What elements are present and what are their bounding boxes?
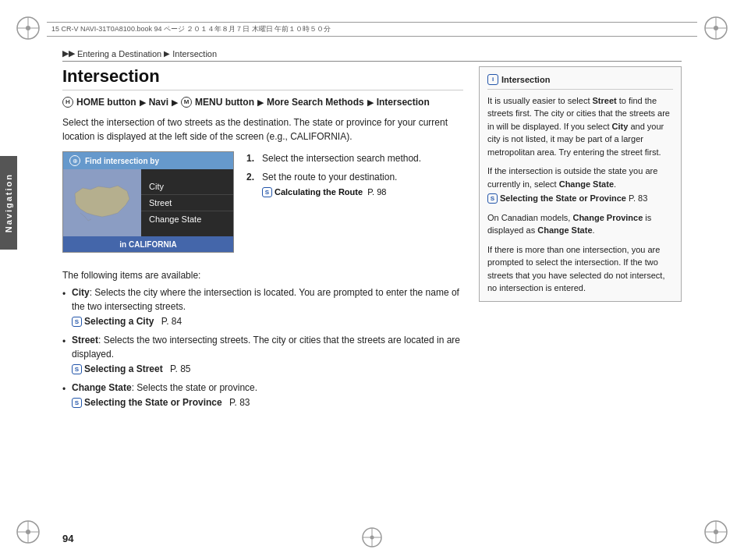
bullet-list: • City: Selects the city where the inter… bbox=[62, 285, 463, 409]
bullet-dot-2: • bbox=[62, 335, 69, 376]
nav-arrow-2: ▶ bbox=[172, 97, 178, 108]
menu-icon: M bbox=[181, 97, 192, 108]
bullet-city-label: City: Selects the city where the interse… bbox=[72, 287, 459, 312]
note-title: Intersection bbox=[501, 73, 550, 87]
bullet-city-ref-page: P. 84 bbox=[161, 314, 182, 328]
bullet-street-ref: S Selecting a Street P. 85 bbox=[72, 362, 463, 376]
nav-map-area bbox=[63, 169, 141, 236]
step-2-number: 2. bbox=[246, 170, 257, 199]
screenshot-image: ⊕ Find intersection by bbox=[62, 151, 234, 253]
bullet-street-label: Street: Selects the two intersecting str… bbox=[72, 335, 460, 360]
step-2-content: Set the route to your destination. S Cal… bbox=[262, 170, 463, 199]
note-box: i Intersection It is usually easier to s… bbox=[479, 66, 682, 302]
bullet-change-state-content: Change State: Selects the state or provi… bbox=[72, 381, 463, 409]
menu-button-label: MENU button bbox=[195, 97, 254, 108]
nav-path: H HOME button ▶ Navi ▶ M MENU button ▶ M… bbox=[62, 97, 463, 108]
breadcrumb: ▶▶ Entering a Destination ▶ Intersection bbox=[62, 48, 217, 58]
intersection-nav-label: Intersection bbox=[377, 97, 430, 108]
nav-menu-area: City Street Change State bbox=[141, 169, 233, 236]
breadcrumb-item2: Intersection bbox=[172, 49, 217, 58]
step-2-ref-text: Calculating the Route P. 98 bbox=[275, 186, 386, 199]
bullet-street: • Street: Selects the two intersecting s… bbox=[62, 333, 463, 376]
nav-menu-street: Street bbox=[141, 195, 233, 211]
bullet-city-ref-icon: S bbox=[72, 317, 82, 327]
sidebar-tab: Navigation bbox=[0, 156, 17, 250]
navi-label: Navi bbox=[149, 97, 168, 108]
bullet-change-state-ref-bold: Selecting the State or Province bbox=[84, 395, 222, 409]
home-button-label: HOME button bbox=[76, 97, 136, 108]
step-1-number: 1. bbox=[246, 151, 257, 165]
breadcrumb-arrow1: ▶ bbox=[164, 49, 170, 58]
breadcrumb-item1: Entering a Destination bbox=[77, 49, 161, 58]
bullet-street-content: Street: Selects the two intersecting str… bbox=[72, 333, 463, 376]
nav-screen-body: City Street Change State bbox=[63, 169, 233, 236]
svg-point-15 bbox=[714, 530, 718, 534]
bullet-city-content: City: Selects the city where the interse… bbox=[72, 285, 463, 328]
nav-screen-top-bar: ⊕ Find intersection by bbox=[63, 152, 233, 169]
more-search-methods: More Search Methods bbox=[267, 97, 364, 108]
us-map-shape bbox=[71, 182, 133, 225]
bottom-center-decoration bbox=[360, 526, 384, 549]
step-2-ref-bold: Calculating the Route bbox=[275, 187, 363, 197]
gps-icon: ⊕ bbox=[69, 155, 80, 166]
steps-container: 1. Select the intersection search method… bbox=[246, 151, 463, 262]
step-2-text: Set the route to your destination. bbox=[262, 172, 397, 183]
nav-arrow-1: ▶ bbox=[140, 97, 146, 108]
step-2-ref-icon: S bbox=[262, 187, 272, 197]
step-2: 2. Set the route to your destination. S … bbox=[246, 170, 463, 199]
svg-point-11 bbox=[26, 530, 30, 534]
nav-screen-bottom: in CALIFORNIA bbox=[63, 236, 233, 252]
step-1-text: Select the intersection search method. bbox=[262, 151, 463, 165]
file-metadata: 15 CR-V NAVI-31T0A8100.book 94 ページ ２０１４年… bbox=[47, 22, 697, 37]
nav-screen: ⊕ Find intersection by bbox=[63, 152, 233, 252]
left-column: Intersection H HOME button ▶ Navi ▶ M ME… bbox=[62, 66, 463, 521]
bullet-change-state-label: Change State: Selects the state or provi… bbox=[72, 382, 257, 393]
corner-decoration-br bbox=[702, 518, 730, 546]
note-header: i Intersection bbox=[487, 73, 673, 90]
nav-menu-city: City bbox=[141, 179, 233, 195]
bullet-city-ref-bold: Selecting a City bbox=[84, 314, 154, 328]
note-para-1: It is usually easier to select Street to… bbox=[487, 94, 673, 159]
step-2-ref: S Calculating the Route P. 98 bbox=[262, 186, 463, 199]
bullet-dot-1: • bbox=[62, 287, 69, 328]
top-divider bbox=[62, 61, 682, 62]
bullet-change-state: • Change State: Selects the state or pro… bbox=[62, 381, 463, 409]
nav-bottom-label: in CALIFORNIA bbox=[119, 240, 176, 249]
home-icon: H bbox=[62, 97, 73, 108]
right-column: i Intersection It is usually easier to s… bbox=[479, 66, 682, 521]
bullet-street-ref-bold: Selecting a Street bbox=[84, 362, 163, 376]
step-2-ref-page: P. 98 bbox=[367, 187, 386, 197]
bullet-change-state-ref-page: P. 83 bbox=[229, 395, 250, 409]
page-heading: Intersection bbox=[62, 66, 463, 90]
note-para-4: If there is more than one intersection, … bbox=[487, 243, 673, 295]
nav-arrow-3: ▶ bbox=[257, 97, 264, 108]
step-1: 1. Select the intersection search method… bbox=[246, 151, 463, 165]
svg-point-3 bbox=[26, 26, 30, 30]
corner-decoration-tr bbox=[702, 14, 730, 42]
note-ref-icon-1: S bbox=[487, 193, 498, 204]
sidebar-label: Navigation bbox=[4, 173, 13, 232]
page-number: 94 bbox=[62, 533, 73, 544]
bullet-city-ref: S Selecting a City P. 84 bbox=[72, 314, 463, 328]
nav-screen-top-label: Find intersection by bbox=[85, 157, 159, 165]
intro-paragraph: Select the intersection of two streets a… bbox=[62, 115, 463, 144]
bullet-street-ref-icon: S bbox=[72, 364, 82, 374]
svg-point-19 bbox=[370, 536, 374, 540]
nav-menu-change-state: Change State bbox=[141, 211, 233, 227]
note-para-3: On Canadian models, Change Province is d… bbox=[487, 211, 673, 237]
bullet-street-ref-page: P. 85 bbox=[170, 362, 190, 376]
bullet-change-state-ref: S Selecting the State or Province P. 83 bbox=[72, 395, 463, 409]
steps-list: 1. Select the intersection search method… bbox=[246, 151, 463, 199]
following-text: The following items are available: bbox=[62, 270, 463, 281]
breadcrumb-prefix: ▶▶ bbox=[62, 48, 75, 58]
nav-arrow-4: ▶ bbox=[367, 97, 374, 108]
svg-point-7 bbox=[714, 26, 718, 30]
corner-decoration-tl bbox=[14, 14, 42, 42]
note-icon: i bbox=[487, 74, 498, 85]
bullet-change-state-ref-icon: S bbox=[72, 398, 82, 408]
bullet-city: • City: Selects the city where the inter… bbox=[62, 285, 463, 328]
note-para-2: If the intersection is outside the state… bbox=[487, 165, 673, 205]
corner-decoration-bl bbox=[14, 518, 42, 546]
bullet-dot-3: • bbox=[62, 382, 69, 409]
main-content: Intersection H HOME button ▶ Navi ▶ M ME… bbox=[62, 66, 682, 521]
